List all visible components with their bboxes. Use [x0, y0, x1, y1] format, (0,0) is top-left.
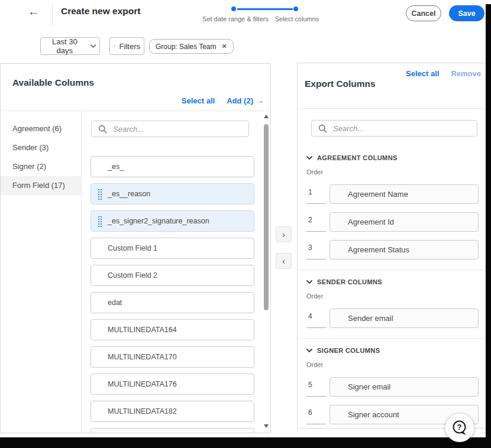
export-column-item[interactable]: Agreement Status [330, 240, 479, 259]
scroll-thumb[interactable] [264, 124, 269, 310]
export-rows-sender: Sender email [298, 309, 490, 328]
available-search-input[interactable] [92, 121, 248, 137]
available-column-item[interactable]: MULTILINEDATA170 [91, 346, 254, 368]
available-column-item[interactable]: edat [91, 292, 254, 313]
available-select-all-link[interactable]: Select all [182, 96, 215, 105]
category-item[interactable]: Signer (2) [1, 157, 81, 176]
chevron-down-icon [91, 44, 96, 48]
category-label: Signer (2) [12, 162, 46, 171]
back-button[interactable]: ← [24, 3, 44, 20]
remove-link[interactable]: Remove [451, 69, 481, 78]
column-label: MULTILINEDATA182 [108, 407, 177, 415]
add-selected-link[interactable]: Add (2)→ [227, 96, 264, 105]
screen-border-right [486, 4, 491, 448]
group-filter-chip[interactable]: Group: Sales Team ✕ [149, 39, 234, 54]
export-column-row: Agreement Id [306, 212, 482, 232]
scroll-down-arrow[interactable] [264, 424, 269, 428]
section-title: SENDER COLUMNS [317, 278, 382, 285]
search-icon [318, 124, 327, 133]
section-divider [298, 338, 490, 339]
header-divider [52, 5, 53, 26]
available-search-box [91, 121, 249, 137]
cancel-button[interactable]: Cancel [406, 5, 441, 21]
date-range-value: Last 30 days [44, 37, 85, 55]
section-toggle-sender[interactable]: SENDER COLUMNS [306, 278, 490, 285]
step-dot-filters[interactable] [231, 7, 236, 11]
chevron-down-icon [306, 349, 312, 352]
move-right-button[interactable]: › [276, 226, 292, 242]
section-toggle-signer[interactable]: SIGNER COLUMNS [306, 347, 490, 354]
help-button[interactable]: ? [445, 414, 474, 442]
date-range-dropdown[interactable]: Last 30 days [40, 37, 100, 55]
available-column-item[interactable]: MULTILINEDATA164 [91, 319, 254, 340]
chip-close-icon[interactable]: ✕ [222, 43, 227, 50]
export-select-all-link[interactable]: Select all [406, 69, 439, 78]
scrollbar[interactable] [263, 113, 270, 429]
column-label: Custom Field 1 [108, 244, 157, 252]
available-column-item[interactable]: MULTILINEDATA176 [91, 374, 254, 395]
filters-button[interactable]: Filters [109, 37, 144, 55]
svg-text:?: ? [457, 423, 462, 431]
step-label-date-range: Set date range & filters [198, 15, 273, 22]
help-bubble-icon: ? [451, 420, 468, 436]
available-column-item-partial[interactable] [91, 428, 254, 433]
order-input[interactable] [306, 405, 326, 424]
search-icon [98, 125, 107, 134]
order-input[interactable] [306, 212, 326, 232]
scroll-up-arrow[interactable] [264, 115, 269, 118]
column-label: MULTILINEDATA176 [108, 380, 177, 388]
column-label: Custom Field 2 [108, 271, 157, 280]
available-column-item[interactable]: MULTILINEDATA182 [91, 401, 254, 422]
export-column-item[interactable]: Agreement Id [330, 212, 479, 232]
category-item[interactable]: Agreement (6) [1, 119, 81, 138]
add-label: Add (2) [227, 96, 253, 105]
available-column-item[interactable]: _es_signer2_signature_reason [91, 210, 254, 232]
column-label: MULTILINEDATA164 [108, 326, 177, 334]
section-title: SIGNER COLUMNS [317, 347, 380, 354]
filter-funnel-icon [114, 43, 115, 50]
order-input[interactable] [306, 309, 326, 328]
save-button[interactable]: Save [449, 5, 484, 21]
chevron-down-icon [306, 280, 312, 284]
column-label: MULTILINEDATA170 [108, 353, 177, 361]
column-label: Agreement Name [348, 190, 408, 199]
drag-handle-icon [98, 189, 102, 200]
available-columns-list-area: _es_ _es__reason _es_signer2_signature_r… [82, 111, 270, 433]
category-item[interactable]: Form Field (17) [1, 176, 81, 195]
available-column-item[interactable]: _es_ [91, 156, 254, 177]
order-label: Order [306, 168, 490, 176]
order-input[interactable] [306, 377, 326, 397]
page-title: Create new export [61, 6, 140, 17]
column-label: Agreement Status [348, 245, 409, 254]
column-label: _es__reason [108, 190, 150, 198]
export-search-input[interactable] [312, 121, 477, 136]
order-input[interactable] [306, 184, 326, 204]
available-column-item[interactable]: Custom Field 1 [91, 238, 254, 259]
export-columns-panel: Select all Remove Export Columns AGREEME… [297, 63, 491, 428]
available-column-item[interactable]: Custom Field 2 [91, 265, 254, 286]
category-item[interactable]: Sender (3) [1, 138, 81, 157]
available-column-items: _es_ _es__reason _es_signer2_signature_r… [91, 156, 254, 428]
section-toggle-agreement[interactable]: AGREEMENT COLUMNS [306, 154, 490, 161]
move-left-button[interactable]: ‹ [276, 253, 292, 269]
category-label: Form Field (17) [12, 181, 65, 190]
order-label: Order [306, 293, 490, 300]
export-column-item[interactable]: Agreement Name [330, 184, 479, 204]
drag-handle-icon [98, 216, 102, 228]
column-label: _es_signer2_signature_reason [108, 217, 209, 225]
available-column-item[interactable]: _es__reason [91, 183, 254, 204]
export-columns-title: Export Columns [305, 79, 376, 89]
export-column-item[interactable]: Signer email [330, 377, 479, 397]
category-label: Agreement (6) [12, 124, 62, 133]
panel-header-divider [298, 108, 490, 109]
export-column-item[interactable]: Sender email [330, 309, 479, 328]
order-input[interactable] [306, 240, 326, 259]
step-dot-columns[interactable] [293, 7, 298, 11]
section-title: AGREEMENT COLUMNS [317, 154, 398, 161]
column-label: Sender email [348, 314, 393, 323]
section-divider [298, 270, 490, 270]
export-column-row: Agreement Name [306, 184, 482, 204]
export-section-sender: SENDER COLUMNS Order Sender email [298, 278, 490, 339]
group-chip-label: Group: Sales Team [156, 43, 217, 51]
export-section-agreement: AGREEMENT COLUMNS Order Agreement Name A… [298, 154, 490, 270]
